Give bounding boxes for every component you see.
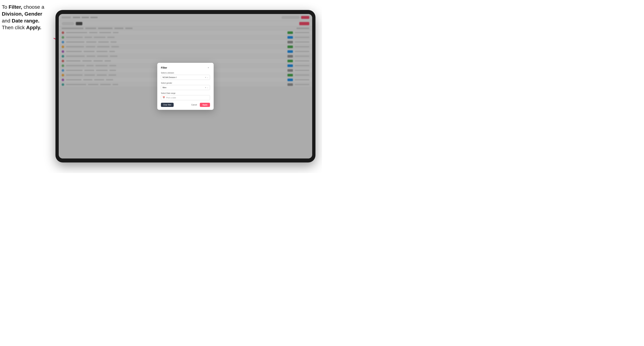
tablet-frame: Filter × Select a division NCAA Division… — [56, 10, 316, 163]
gender-clear-icon[interactable]: × — [205, 86, 206, 89]
tablet-screen: Filter × Select a division NCAA Division… — [59, 14, 312, 159]
cancel-button[interactable]: Cancel — [190, 103, 198, 107]
modal-header: Filter × — [161, 66, 210, 69]
gender-chevron-icon: ⌄ — [207, 87, 208, 88]
modal-title: Filter — [161, 66, 167, 69]
division-selected-value: NCAA Division I — [162, 76, 177, 78]
filter-modal: Filter × Select a division NCAA Division… — [157, 63, 214, 110]
division-select[interactable]: NCAA Division I × ⌄ — [161, 75, 210, 80]
calendar-icon: 📅 — [162, 96, 165, 99]
gender-select[interactable]: Men × ⌄ — [161, 85, 210, 90]
modal-footer: Clear filter Cancel Apply — [161, 103, 210, 107]
division-clear-icon[interactable]: × — [205, 76, 206, 78]
modal-overlay: Filter × Select a division NCAA Division… — [59, 14, 312, 159]
division-label: Select a division — [161, 72, 210, 74]
gender-label: Select gender — [161, 82, 210, 84]
date-input[interactable]: 📅 Pick a date — [161, 95, 210, 100]
clear-filter-button[interactable]: Clear filter — [161, 103, 174, 107]
date-form-group: Select Date range 📅 Pick a date — [161, 92, 210, 100]
gender-form-group: Select gender Men × ⌄ — [161, 82, 210, 90]
gender-select-icons: × ⌄ — [205, 86, 208, 89]
modal-footer-right: Cancel Apply — [190, 103, 210, 107]
division-select-icons: × ⌄ — [205, 76, 208, 78]
modal-close-button[interactable]: × — [207, 66, 210, 69]
division-form-group: Select a division NCAA Division I × ⌄ — [161, 72, 210, 80]
apply-button[interactable]: Apply — [200, 103, 210, 107]
division-chevron-icon: ⌄ — [207, 76, 208, 78]
gender-selected-value: Men — [162, 86, 166, 89]
instruction-text: To Filter, choose a Division, Gender and… — [2, 4, 54, 31]
date-placeholder: Pick a date — [166, 97, 176, 99]
date-label: Select Date range — [161, 92, 210, 94]
